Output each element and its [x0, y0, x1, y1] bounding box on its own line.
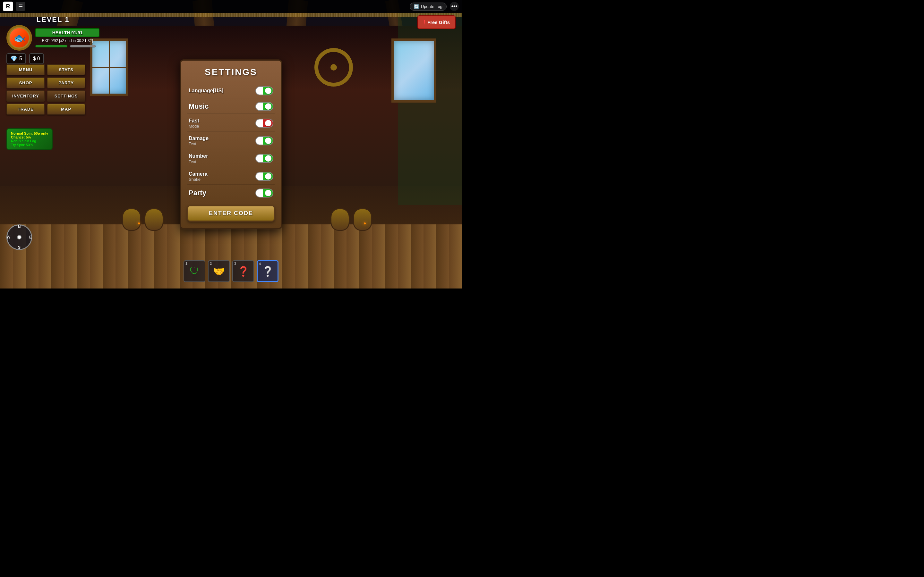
number-text-label-group: Number Text [189, 153, 208, 164]
unknown-icon: ❔ [262, 266, 274, 277]
question-icon: ❓ [237, 266, 249, 277]
roblox-logo: R [3, 2, 13, 11]
gem-value: 5 [19, 56, 22, 61]
update-log-label: Update Log [421, 4, 443, 9]
sword-icon: 🤝 [213, 266, 225, 277]
damage-sublabel: Text [189, 142, 208, 147]
fast-mode-toggle[interactable] [255, 119, 273, 127]
hotbar-slot-2[interactable]: 2 🤝 [208, 260, 230, 282]
ship-wheel-decoration [314, 48, 353, 87]
settings-row-damage-text: Damage Text [187, 133, 275, 149]
compass-south: S [18, 245, 21, 250]
mode-sublabel: Mode [189, 124, 199, 129]
shake-sublabel: Shake [189, 177, 208, 182]
number-sublabel: Text [189, 159, 208, 164]
settings-row-number-text: Number Text [187, 151, 275, 167]
party-button[interactable]: PARTY [47, 77, 86, 89]
inventory-button[interactable]: INVENTORY [6, 90, 45, 102]
free-gifts-button[interactable]: ! Free Gifts [417, 15, 456, 29]
spin-text-2: Chance: 5% [11, 135, 48, 139]
music-toggle[interactable] [255, 102, 273, 111]
barrel-4 [353, 208, 372, 231]
player-hud: LEVEL 1 🐟 HEALTH 91/91 EXP 0/92 [x2 end … [6, 15, 99, 64]
currency-row: 💎 5 $ 0 [6, 53, 99, 64]
hotbar: 1 🛡 2 🤝 3 ❓ 4 ❔ [184, 260, 278, 282]
hotbar-slot-1[interactable]: 1 🛡 [184, 260, 205, 282]
fast-label: Fast [189, 118, 199, 124]
spin-text-1: Normal Spin: 50p only [11, 131, 48, 135]
window-right [391, 39, 436, 103]
music-label: Music [189, 102, 208, 111]
shop-button[interactable]: SHOP [6, 77, 45, 89]
map-button[interactable]: MAP [47, 103, 86, 115]
hamburger-menu-icon[interactable]: ☰ [16, 2, 25, 11]
camera-label: Camera [189, 171, 208, 177]
candle-1 [138, 222, 140, 224]
language-toggle[interactable] [255, 86, 273, 95]
compass-circle: N S W E [6, 224, 32, 250]
settings-button[interactable]: SETTINGS [47, 90, 86, 102]
hotbar-slot-3[interactable]: 3 ❓ [232, 260, 254, 282]
notification-icon: ! [423, 19, 425, 26]
settings-row-camera-shake: Camera Shake [187, 168, 275, 185]
number-text-toggle[interactable] [255, 154, 273, 163]
level-display: LEVEL 1 [6, 15, 99, 24]
settings-panel: SETTINGS Language[US] Music Fast Mode Da… [180, 59, 282, 229]
camera-shake-toggle[interactable] [255, 172, 273, 181]
progress-bar-1 [35, 45, 67, 47]
spin-notification[interactable]: Normal Spin: 50p only Chance: 5% Robux S… [6, 128, 53, 150]
gold-value: 0 [37, 56, 40, 61]
settings-row-music: Music [187, 99, 275, 114]
gold-count: $ 0 [29, 53, 44, 64]
fast-mode-label-group: Fast Mode [189, 118, 199, 129]
avatar-image: 🐟 [10, 28, 29, 47]
top-bar-right: 🔄 Update Log ••• [410, 2, 459, 11]
party-toggle[interactable] [255, 189, 273, 197]
barrel-2 [144, 208, 164, 231]
trade-button[interactable]: TRADE [6, 103, 45, 115]
nav-buttons: MENU STATS SHOP PARTY INVENTORY SETTINGS… [6, 64, 86, 115]
avatar-wheel: 🐟 [6, 25, 32, 51]
free-gifts-label: Free Gifts [427, 19, 450, 25]
gem-count: 💎 5 [6, 53, 26, 64]
exp-bar: EXP 0/92 [x2 end in 00:21:32] [35, 39, 99, 43]
language-label: Language[US] [189, 88, 223, 94]
gem-icon: 💎 [10, 55, 17, 62]
hud-bars: HEALTH 91/91 EXP 0/92 [x2 end in 00:21:3… [35, 28, 99, 47]
spin-robux: Robux Spin Log [11, 139, 48, 143]
settings-row-fast-mode: Fast Mode [187, 115, 275, 131]
spin-try: Try Spin: 50% [11, 143, 48, 147]
more-options-button[interactable]: ••• [450, 2, 459, 11]
shield-icon: 🛡 [190, 266, 199, 277]
enter-code-button[interactable]: ENTER CODE [187, 205, 275, 221]
slot-number-1: 1 [186, 261, 187, 266]
stats-button[interactable]: STATS [47, 64, 86, 75]
update-log-icon: 🔄 [414, 4, 419, 9]
progress-bars [35, 45, 99, 47]
camera-shake-label-group: Camera Shake [189, 171, 208, 182]
health-bar: HEALTH 91/91 [35, 28, 99, 37]
barrel-3 [330, 208, 350, 231]
compass: N S W E [6, 224, 32, 250]
progress-bar-2 [70, 45, 95, 47]
top-bar: R ☰ 🔄 Update Log ••• [0, 0, 462, 13]
settings-row-language: Language[US] [187, 84, 275, 98]
settings-list: Language[US] Music Fast Mode Damage Text [187, 84, 275, 200]
slot-number-3: 3 [234, 261, 236, 266]
compass-north: N [18, 225, 21, 229]
number-label: Number [189, 153, 208, 159]
settings-title: SETTINGS [187, 67, 275, 77]
hotbar-slot-4[interactable]: 4 ❔ [257, 260, 278, 282]
player-row: 🐟 HEALTH 91/91 EXP 0/92 [x2 end in 00:21… [6, 25, 99, 51]
dollar-icon: $ [33, 56, 36, 61]
barrel-1 [122, 208, 141, 231]
compass-east: E [29, 235, 32, 239]
menu-button[interactable]: MENU [6, 64, 45, 75]
candle-2 [364, 222, 366, 224]
update-log-button[interactable]: 🔄 Update Log [410, 3, 447, 11]
compass-dot [17, 235, 21, 239]
slot-number-4: 4 [259, 262, 261, 266]
damage-text-toggle[interactable] [255, 136, 273, 145]
slot-number-2: 2 [210, 261, 212, 266]
settings-row-party: Party [187, 186, 275, 200]
